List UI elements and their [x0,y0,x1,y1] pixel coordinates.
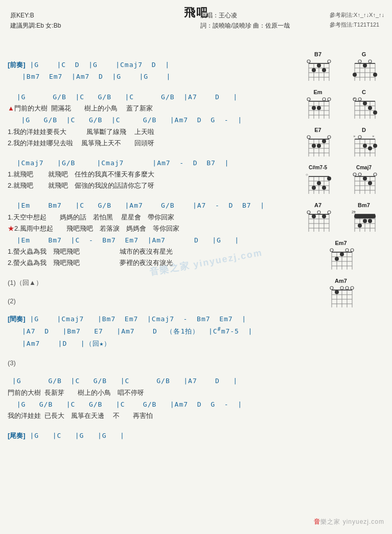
lyricist-text: 詞：談曉喻/談曉珍 曲：佐原一哉 [200,20,290,31]
repeat2-text: (2) [8,296,285,307]
chord-bm7: Bm7 2fr [351,202,377,234]
chorus1-lyrics2: 2.就飛吧 就飛吧 倔強的我說的話請你忘了呀 [8,180,285,191]
chord-am7: Am7 [328,278,354,309]
section-verse1: |G G/B |C G/B |C G/B |A7 D | ▲門前的大樹 開滿花 … [8,91,285,149]
svg-point-96 [312,186,316,190]
section-interlude: [間奏] |G |Cmaj7 |Bm7 Em7 |Cmaj7 - Bm7 Em7… [8,313,285,350]
chorus1-lyrics1: 1.就飛吧 就飛吧 任性的我真不懂天有多麼大 [8,169,285,180]
interlude-chords3: |Am7 |D |（回★） [8,338,285,349]
verse1-chords2: |G G/B |C G/B |C G/B |Am7 D G - | [8,114,285,126]
svg-point-24 [363,63,367,68]
interlude-chords1: |G |Cmaj7 |Bm7 Em7 |Cmaj7 - Bm7 Em7 | [26,315,247,323]
chord-e7: E7 [305,127,331,159]
svg-text:×: × [353,96,356,101]
section-repeat2: (2) [8,296,285,307]
watermark: 音樂之家 yinyuezj.com [314,518,384,526]
chord-cmaj7: Cmaj7 [351,165,377,196]
svg-point-66 [312,144,316,148]
prelude-label: [前奏] [8,61,26,69]
outro-label: [尾奏] [8,432,26,439]
svg-point-169 [351,286,354,290]
verse3-lyrics2: 我的洋娃娃 已長大 風箏在天邊 不 再害怕 [8,410,285,421]
chord-c: C × [351,89,377,121]
key-text: 原KEY:B [10,10,61,20]
strum-ref: 參考刷法:X↑_↑↓X↑_↑↓ 參考指法:T121T121 [330,10,384,29]
svg-point-37 [312,106,316,110]
svg-point-125 [307,211,310,214]
svg-point-52 [368,106,372,110]
chord-g: G [351,51,377,83]
strum2-text: 參考指法:T121T121 [330,20,384,30]
svg-point-13 [328,60,331,63]
verse3-chords1: |G G/B |C G/B |C G/B |A7 D | [8,375,285,387]
svg-point-168 [345,286,349,290]
svg-point-152 [340,252,344,256]
svg-point-112 [358,173,361,176]
chord-em7: Em7 [328,240,354,272]
svg-point-55 [358,98,361,101]
svg-point-38 [317,106,321,110]
svg-point-67 [317,144,321,148]
section-bridge1: |Em Bm7 |C G/B |Am7 G/B |A7 - D B7 | 1.天… [8,199,285,269]
svg-point-153 [330,249,333,252]
verse1-chords1: |G G/B |C G/B |C G/B |A7 D | [8,91,285,103]
svg-text:×: × [353,134,356,139]
svg-point-26 [358,60,361,63]
svg-point-110 [368,181,372,185]
section-repeat1: (1)（回▲） [8,277,285,288]
song-content: [前奏] |G |C D |G |Cmaj7 D | |Bm7 Em7 |Am7… [8,59,285,442]
chord-d: D × × [351,127,377,159]
svg-text:2fr: 2fr [352,210,356,214]
svg-point-25 [373,73,377,77]
svg-point-70 [328,136,331,139]
svg-rect-138 [354,214,376,218]
svg-point-12 [307,60,310,63]
singer-text: 演唱：王心凌 [200,10,290,20]
svg-point-53 [373,110,377,115]
bridge1-lyrics2: ★2.風雨中想起 飛吧飛吧 若落淚 媽媽會 等你回家 [8,223,285,234]
svg-point-126 [317,211,320,214]
svg-point-109 [363,176,367,181]
svg-point-40 [322,98,326,101]
svg-point-139 [363,219,367,223]
bridge1-chords2: |Em Bm7 |C - Bm7 Em7 |Am7 D |G | [8,234,285,246]
svg-text:×: × [372,134,375,139]
meta-left: 原KEY:B 建議男調:Eb 女:Bb [10,10,61,31]
svg-point-113 [374,173,377,176]
svg-point-51 [363,101,367,105]
chord-area: B7 G [295,51,387,316]
section-repeat3: (3) [8,358,285,369]
repeat1-text: (1)（回▲） [8,277,285,288]
svg-point-23 [353,73,357,77]
svg-point-166 [330,286,333,290]
svg-point-98 [322,186,326,190]
chord-a7: A7 [305,202,331,234]
svg-text:○: ○ [306,172,308,177]
svg-point-82 [373,144,377,148]
svg-point-99 [327,176,331,181]
svg-point-155 [351,249,354,252]
bridge1-lyrics4: 2.螢火蟲為我 飛吧飛吧 夢裡的夜沒有淚光 [8,257,285,269]
outro-chords: |G |C |G |G | [26,432,125,439]
svg-point-141 [358,224,362,228]
chord-em: Em [305,89,331,121]
svg-point-68 [322,139,326,143]
bridge1-chords1: |Em Bm7 |C G/B |Am7 G/B |A7 - D B7 | [8,199,285,211]
strum1-text: 參考刷法:X↑_↑↓X↑_↑↓ [330,10,384,20]
interlude-label: [間奏] [8,315,26,323]
verse1-lyrics2a: 1.我的洋娃娃要長大 風箏斷了線飛 上天啦 [8,126,285,138]
svg-point-167 [340,286,343,290]
svg-point-9 [312,68,316,72]
svg-point-80 [363,144,367,148]
svg-point-151 [335,257,339,261]
verse3-lyrics1: 門前的大樹 長新芽 樹上的小鳥 唱不停呀 [8,387,285,398]
svg-point-97 [317,181,321,185]
svg-point-83 [358,136,361,139]
svg-point-11 [322,68,326,72]
bridge1-lyrics1: 1.天空中想起 媽媽的話 若怕黑 星星會 帶你回家 [8,212,285,223]
prelude-chords1: |G |C D |G |Cmaj7 D | [26,61,170,69]
svg-point-81 [368,146,372,150]
section-outro: [尾奏] |G |C |G |G | [8,430,285,441]
svg-point-123 [312,214,316,218]
svg-point-41 [328,98,331,101]
